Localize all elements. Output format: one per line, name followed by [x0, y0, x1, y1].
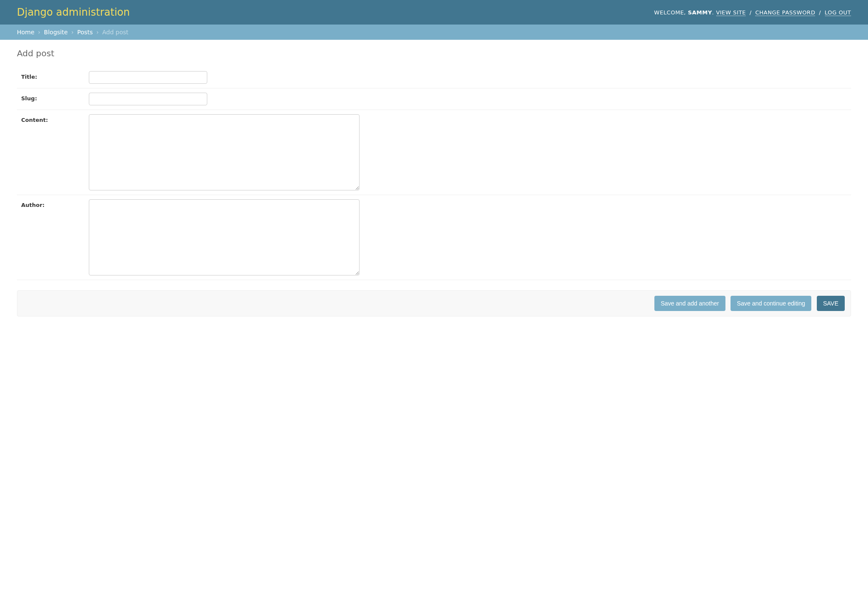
username: Sammy: [688, 9, 712, 16]
branding: Django administration: [17, 6, 130, 18]
content-label: Content:: [21, 114, 89, 123]
title-label: Title:: [21, 71, 89, 80]
breadcrumb-home[interactable]: Home: [17, 29, 34, 36]
save-continue-button[interactable]: [731, 296, 811, 311]
form-row-content: Content:: [17, 110, 851, 195]
author-label: Author:: [21, 199, 89, 208]
save-button[interactable]: [817, 296, 845, 311]
view-site-link[interactable]: View site: [716, 9, 746, 16]
form-row-title: Title:: [17, 67, 851, 88]
welcome-text: Welcome,: [654, 9, 686, 16]
slug-input[interactable]: [89, 93, 207, 105]
save-add-another-button[interactable]: [654, 296, 725, 311]
logout-link[interactable]: Log out: [825, 9, 851, 16]
site-title-link[interactable]: Django administration: [17, 6, 130, 18]
breadcrumb-app[interactable]: Blogsite: [44, 29, 68, 36]
slug-label: Slug:: [21, 93, 89, 102]
user-tools: Welcome, Sammy. View site / Change passw…: [654, 9, 851, 16]
breadcrumb-current: Add post: [102, 29, 129, 36]
form-row-author: Author:: [17, 195, 851, 280]
admin-header: Django administration Welcome, Sammy. Vi…: [0, 0, 868, 25]
content-textarea[interactable]: [89, 114, 360, 190]
fieldset: Title: Slug: Content: Author:: [17, 67, 851, 280]
page-title: Add post: [17, 48, 851, 58]
author-textarea[interactable]: [89, 199, 360, 275]
breadcrumb-model[interactable]: Posts: [77, 29, 93, 36]
site-title: Django administration: [17, 6, 130, 18]
submit-row: [17, 290, 851, 317]
form-row-slug: Slug:: [17, 88, 851, 110]
content: Add post Title: Slug: Content: Author:: [0, 40, 868, 325]
title-input[interactable]: [89, 71, 207, 84]
change-password-link[interactable]: Change password: [755, 9, 815, 16]
add-post-form: Title: Slug: Content: Author:: [17, 67, 851, 317]
breadcrumbs: Home › Blogsite › Posts › Add post: [0, 25, 868, 40]
